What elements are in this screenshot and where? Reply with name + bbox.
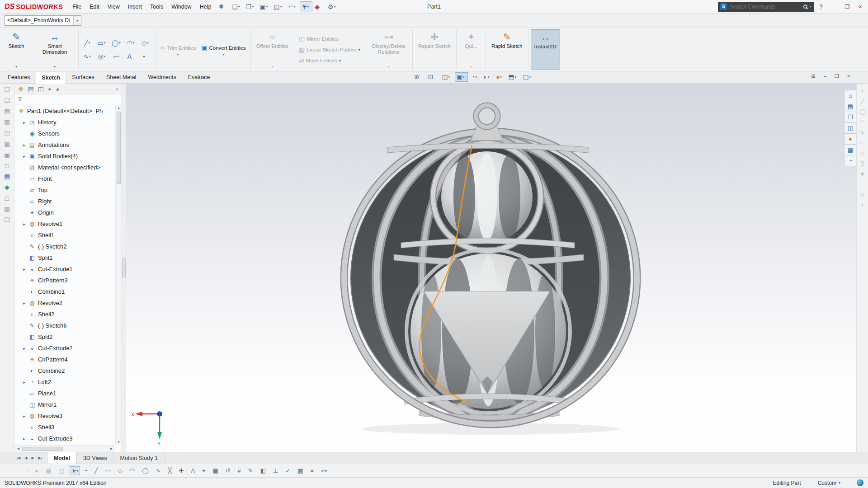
dock-icon[interactable]: ◆ (5, 183, 9, 191)
expand-arrow-icon[interactable]: ▸ (22, 346, 26, 351)
filter-edges[interactable]: ▤ (44, 466, 53, 475)
tab-evaluate[interactable]: Evaluate (182, 71, 216, 83)
search-input[interactable] (729, 4, 801, 10)
edit-sketch-tool[interactable]: ✎ (246, 466, 255, 475)
splitter-grip[interactable]: ⋮ (122, 258, 126, 278)
mirror-entities-button[interactable]: ◫ Mirror Entities (297, 34, 363, 43)
tree-item[interactable]: ▸ ◒ Cut-Extrude2 (16, 343, 114, 354)
filter-vertices[interactable]: ▸ (34, 466, 41, 475)
restore-button[interactable]: ❐ (841, 2, 853, 12)
selection-filter[interactable]: ◦ (24, 466, 31, 475)
tab-surfaces[interactable]: Surfaces (66, 71, 100, 83)
scroll-up-icon[interactable]: ▲ (117, 105, 120, 111)
sketch-entity-button[interactable]: ◠ ▾ (124, 37, 138, 50)
dropdown-caret-icon[interactable]: ▾ (500, 75, 503, 79)
quick-snaps-button[interactable]: ✦ Qui... ▾ (459, 29, 483, 70)
dropdown-caret-icon[interactable]: ▾ (177, 52, 179, 56)
dropdown-caret-icon[interactable]: ▾ (334, 5, 338, 9)
tree-item[interactable]: ✳ CirPattern4 (16, 354, 114, 365)
dropdown-caret-icon[interactable]: ▾ (238, 5, 242, 9)
menu-edit[interactable]: Edit (85, 2, 104, 12)
hatch-tool[interactable]: ▦ (211, 466, 220, 475)
menu-insert[interactable]: Insert (124, 2, 146, 12)
doc-restore-button[interactable]: ❐ (833, 73, 841, 79)
mirror-tool[interactable]: ◧ (259, 466, 268, 475)
tree-vertical-scrollbar[interactable]: ▲ ▼ (115, 105, 122, 445)
menu-help[interactable]: Help (196, 2, 216, 12)
scroll-right-icon[interactable]: ▶ (108, 447, 114, 450)
units-caret-icon[interactable]: ▾ (839, 481, 840, 485)
scroll-left-icon[interactable]: ◀ (15, 447, 21, 450)
featuremanager-tab[interactable]: ❖ (18, 85, 24, 93)
sketch-entity-button[interactable]: ╱ ▾ (81, 37, 95, 50)
panel-splitter[interactable]: ⋮ (122, 84, 126, 452)
dropdown-caret-icon[interactable]: ▾ (294, 5, 297, 9)
pin-menu-icon[interactable]: ✱ (215, 3, 227, 10)
expand-arrow-icon[interactable]: ▸ (22, 143, 26, 147)
arc-tool[interactable]: ◠ (128, 466, 137, 475)
circle-tool[interactable]: ◯ (140, 466, 151, 475)
expand-arrow-icon[interactable]: ▸ (22, 222, 26, 226)
polygon-tool[interactable]: ◇ (116, 466, 125, 475)
view-settings[interactable]: ▢ ▾ (521, 72, 534, 82)
tree-item[interactable]: ◐ Combine1 (16, 286, 114, 297)
dropdown-caret-icon[interactable]: ▾ (15, 65, 17, 69)
smart-dimension-button[interactable]: ↔ Smart Dimension ▾ (33, 29, 76, 70)
dock-icon[interactable]: ◻ (5, 162, 10, 169)
ornament-model[interactable] (344, 105, 637, 435)
dock-icon[interactable]: ◫ (4, 129, 10, 136)
model-tab[interactable]: Model (47, 452, 77, 464)
propertymanager-tab[interactable]: ▤ (28, 85, 34, 93)
tree-item[interactable]: ◫ Mirror1 (16, 399, 114, 410)
tree-root-item[interactable]: ❖ Part1 (Default<<Default>_Ph (16, 105, 114, 117)
design-library[interactable]: ▤ (844, 101, 856, 112)
sketch-tool-icon[interactable]: • (861, 202, 863, 208)
rotate-tool[interactable]: ↺ (224, 466, 233, 475)
tab-weldments[interactable]: Weldments (142, 71, 182, 83)
tree-item[interactable]: ✳ CirPattern3 (16, 275, 114, 286)
menu-file[interactable]: File (68, 2, 85, 12)
doc-minimize-button[interactable]: – (821, 73, 829, 79)
sketch-entity-button[interactable]: ◇ ▾ (139, 37, 153, 50)
dropdown-caret-icon[interactable]: ▾ (470, 65, 472, 69)
combo-caret-icon[interactable]: ▾ (73, 16, 81, 25)
menu-window[interactable]: Window (167, 2, 195, 12)
dock-icon[interactable]: ▤ (4, 173, 10, 180)
minimize-button[interactable]: – (828, 2, 840, 12)
search-caret-icon[interactable]: ▾ (810, 5, 811, 9)
view-palette[interactable]: ◫ (844, 122, 856, 134)
dropdown-caret-icon[interactable]: ▾ (529, 75, 533, 79)
sketch-entity-button[interactable]: ◎ ▾ (95, 50, 109, 63)
display-style[interactable]: ◔ ▾ (469, 72, 480, 82)
tree-item[interactable]: ▸ ◍ Revolve2 (16, 297, 114, 309)
tree-item[interactable]: ✎ (-) Sketch2 (16, 241, 114, 252)
dock-icon[interactable]: ▣ (4, 151, 10, 158)
search-icon[interactable] (803, 5, 807, 9)
first-tab-button[interactable]: |◀ (15, 455, 22, 461)
units-selector[interactable]: Custom ▾ (814, 479, 844, 487)
dropdown-caret-icon[interactable]: ▾ (488, 75, 491, 79)
dropdown-caret-icon[interactable]: ▾ (133, 41, 136, 45)
centerline-tool[interactable]: ⌖ (200, 466, 208, 475)
dock-icon[interactable]: ◻ (5, 194, 10, 202)
tree-item[interactable]: ▸ ◒ Cut-Extrude1 (16, 263, 114, 275)
dock-icon[interactable]: ❏ (4, 216, 10, 223)
custom-properties[interactable]: ▦ (844, 144, 856, 155)
apply-scene[interactable]: ⬒ ▾ (506, 72, 519, 82)
sketch-tool-icon[interactable]: ⌖ (861, 88, 864, 94)
dock-icon[interactable]: ❏ (4, 97, 10, 104)
tree-item[interactable]: ▱ Plane1 (16, 388, 114, 399)
configurationmanager-tab[interactable]: ◫ (38, 85, 44, 93)
grid-tool[interactable]: # (236, 466, 243, 475)
tree-horizontal-scrollbar[interactable]: ◀ ▶ (14, 445, 115, 452)
point-tool[interactable]: • (83, 466, 90, 475)
dropdown-caret-icon[interactable]: ▾ (54, 65, 56, 69)
display-delete-relations-button[interactable]: ⊶ Display/Delete Relations ▾ (368, 29, 410, 70)
dropdown-caret-icon[interactable]: ▾ (222, 52, 224, 56)
previous-tab-button[interactable]: ◀ (23, 455, 28, 461)
relations-tool[interactable]: ⊶ (319, 466, 329, 475)
section-view[interactable]: ◫ ▾ (440, 72, 453, 82)
tree-item[interactable]: ▱ Front (16, 173, 114, 184)
dropdown-caret-icon[interactable]: ▾ (89, 55, 92, 58)
dock-icon[interactable]: ▦ (4, 140, 10, 147)
